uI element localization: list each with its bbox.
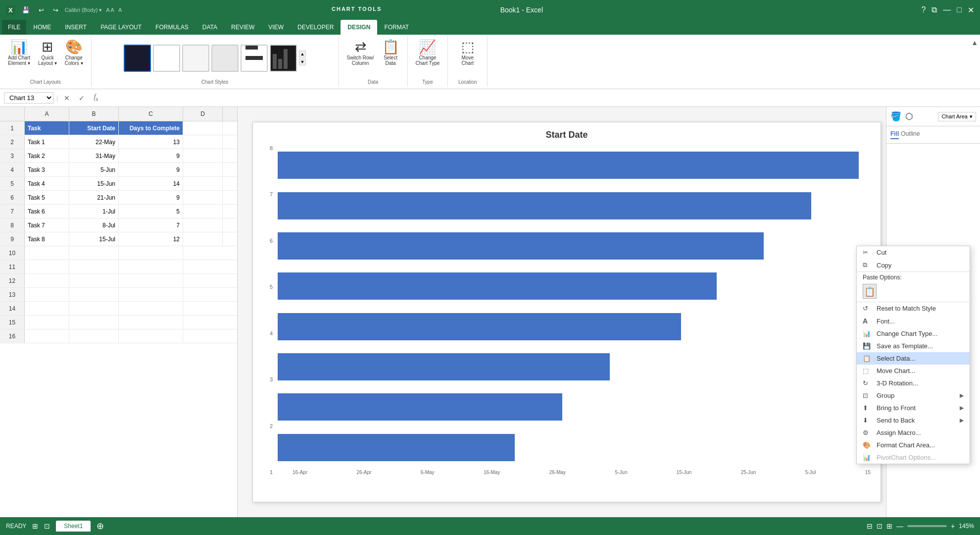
tab-home[interactable]: HOME — [26, 20, 58, 35]
cell-3-c[interactable]: 9 — [119, 149, 183, 162]
minimize-btn[interactable]: — — [943, 5, 951, 15]
cell-13-b[interactable] — [69, 288, 119, 301]
tab-file[interactable]: FILE — [2, 20, 26, 35]
add-sheet-btn[interactable]: ⊕ — [97, 521, 104, 532]
ctx-save-template[interactable]: 💾 Save as Template... — [857, 340, 970, 352]
tab-insert[interactable]: INSERT — [58, 20, 94, 35]
cell-14-b[interactable] — [69, 302, 119, 315]
font-size-input[interactable]: A A — [106, 7, 114, 13]
ctx-3d-rotation[interactable]: ↻ 3-D Rotation... — [857, 377, 970, 389]
tab-page-layout[interactable]: PAGE LAYOUT — [94, 20, 148, 35]
zoom-in-btn[interactable]: + — [951, 522, 955, 530]
col-header-a[interactable]: A — [25, 107, 69, 121]
cell-7-c[interactable]: 5 — [119, 205, 183, 218]
cell-1-c[interactable]: Days to Complete — [119, 121, 183, 135]
ctx-format-chart-area[interactable]: 🎨 Format Chart Area... — [857, 439, 970, 451]
cell-3-b[interactable]: 31-May — [69, 149, 119, 162]
cell-12-a[interactable] — [25, 274, 69, 287]
help-btn[interactable]: ? — [921, 5, 926, 15]
cell-3-d[interactable] — [183, 149, 223, 162]
change-chart-type-btn[interactable]: 📈 ChangeChart Type — [413, 39, 443, 67]
formula-fn-btn[interactable]: fx — [91, 92, 101, 104]
chart-style-swatch-2[interactable] — [153, 45, 180, 72]
tab-data[interactable]: DATA — [196, 20, 224, 35]
cell-8-c[interactable]: 7 — [119, 218, 183, 232]
select-data-btn[interactable]: 📋 SelectData — [379, 39, 402, 67]
move-chart-btn[interactable]: ⬚ MoveChart — [458, 39, 477, 67]
quick-save-btn[interactable]: 💾 — [19, 5, 32, 15]
cell-1-a[interactable]: Task — [25, 121, 69, 135]
quick-layout-btn[interactable]: ⊞ QuickLayout ▾ — [35, 39, 60, 67]
add-chart-element-btn[interactable]: 📊 Add ChartElement ▾ — [5, 39, 33, 67]
formula-input[interactable] — [104, 93, 976, 103]
chart-style-swatch-dark[interactable] — [270, 45, 297, 72]
cell-9-a[interactable]: Task 8 — [25, 232, 69, 246]
cell-11-a[interactable] — [25, 260, 69, 273]
cell-12-c[interactable] — [119, 274, 183, 287]
chart-style-swatch-4[interactable] — [211, 45, 239, 72]
view-preview-icon[interactable]: ⊞ — [886, 522, 892, 530]
cell-11-b[interactable] — [69, 260, 119, 273]
cell-5-b[interactable]: 15-Jun — [69, 177, 119, 190]
cell-1-b[interactable]: Start Date — [69, 121, 119, 135]
view-normal-icon[interactable]: ⊟ — [867, 522, 873, 530]
tab-review[interactable]: REVIEW — [224, 20, 261, 35]
ctx-move-chart[interactable]: ⬚ Move Chart... — [857, 365, 970, 377]
ctx-assign-macro[interactable]: ⚙ Assign Macro... — [857, 427, 970, 439]
chart-style-swatch-3[interactable] — [182, 45, 209, 72]
col-header-c[interactable]: C — [119, 107, 183, 121]
cell-2-b[interactable]: 22-May — [69, 135, 119, 149]
ctx-paste-icon[interactable]: 📋 — [863, 284, 877, 299]
tab-format[interactable]: FORMAT — [377, 20, 416, 35]
formula-confirm-btn[interactable]: ✓ — [76, 93, 88, 103]
cell-4-c[interactable]: 9 — [119, 163, 183, 176]
ctx-select-data[interactable]: 📋 Select Data... — [857, 352, 970, 365]
close-btn[interactable]: ✕ — [968, 5, 974, 15]
cell-16-c[interactable] — [119, 329, 183, 343]
ctx-copy[interactable]: ⧉ Copy — [857, 259, 970, 271]
cell-7-b[interactable]: 1-Jul — [69, 205, 119, 218]
cell-5-d[interactable] — [183, 177, 223, 190]
cell-6-d[interactable] — [183, 191, 223, 204]
cell-9-d[interactable] — [183, 232, 223, 246]
fill-tab[interactable]: Fill — [890, 130, 899, 139]
ctx-cut[interactable]: ✂ Cut — [857, 246, 970, 259]
cell-3-a[interactable]: Task 2 — [25, 149, 69, 162]
outline-icon[interactable]: ⬡ — [905, 111, 913, 122]
col-header-b[interactable]: B — [69, 107, 119, 121]
cell-10-a[interactable] — [25, 246, 69, 260]
cell-9-b[interactable]: 15-Jul — [69, 232, 119, 246]
switch-row-column-btn[interactable]: ⇄ Switch Row/Column — [344, 39, 377, 67]
cell-5-a[interactable]: Task 4 — [25, 177, 69, 190]
undo-btn[interactable]: ↩ — [36, 5, 47, 15]
ctx-group[interactable]: ⊡ Group ▶ — [857, 389, 970, 402]
status-grid-icon[interactable]: ⊡ — [44, 522, 50, 530]
ctx-font[interactable]: A Font... — [857, 315, 970, 327]
cell-4-d[interactable] — [183, 163, 223, 176]
sheet-tab-sheet1[interactable]: Sheet1 — [56, 521, 91, 532]
tab-formulas[interactable]: FORMULAS — [148, 20, 196, 35]
cell-8-d[interactable] — [183, 218, 223, 232]
view-page-icon[interactable]: ⊡ — [877, 522, 882, 530]
chart-area-dropdown[interactable]: Chart Area ▾ — [938, 112, 976, 121]
fill-icon[interactable]: 🪣 — [890, 111, 901, 122]
cell-2-a[interactable]: Task 1 — [25, 135, 69, 149]
tab-developer[interactable]: DEVELOPER — [291, 20, 341, 35]
cell-4-a[interactable]: Task 3 — [25, 163, 69, 176]
cell-4-b[interactable]: 5-Jun — [69, 163, 119, 176]
cell-7-d[interactable] — [183, 205, 223, 218]
cell-16-a[interactable] — [25, 329, 69, 343]
ctx-change-chart-type[interactable]: 📊 Change Chart Type... — [857, 327, 970, 340]
cell-2-c[interactable]: 13 — [119, 135, 183, 149]
tab-design[interactable]: DESIGN — [341, 20, 377, 35]
zoom-slider[interactable] — [907, 525, 947, 527]
outline-tab[interactable]: Outline — [901, 130, 920, 139]
cell-14-a[interactable] — [25, 302, 69, 315]
formula-cancel-btn[interactable]: ✕ — [61, 93, 73, 103]
change-colors-btn[interactable]: 🎨 ChangeColors ▾ — [62, 39, 86, 67]
ctx-reset-style[interactable]: ↺ Reset to Match Style — [857, 302, 970, 315]
maximize-btn[interactable]: □ — [957, 5, 962, 15]
chart-style-swatch-selected[interactable] — [124, 45, 151, 72]
cell-8-b[interactable]: 8-Jul — [69, 218, 119, 232]
cell-13-c[interactable] — [119, 288, 183, 301]
